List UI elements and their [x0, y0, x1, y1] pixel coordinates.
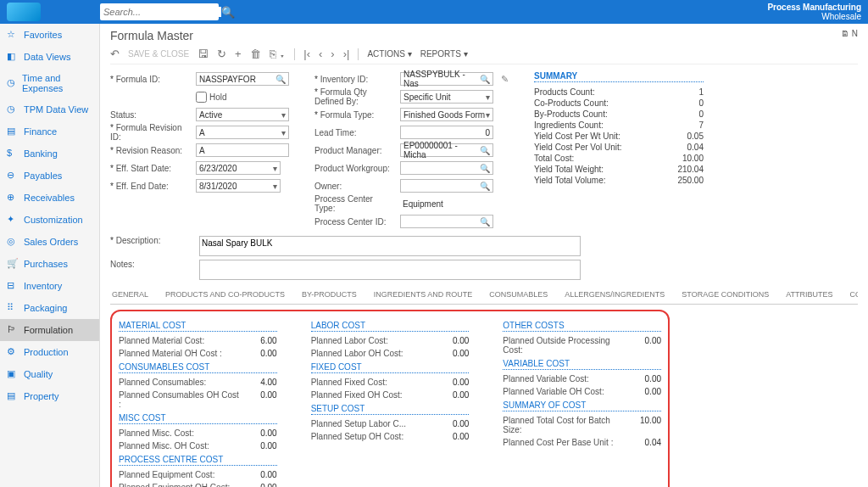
tab-storage-conditions[interactable]: STORAGE CONDITIONS [680, 287, 771, 304]
lookup-icon[interactable]: 🔍 [480, 75, 490, 84]
process-type-input[interactable]: Equipment [400, 197, 493, 210]
delete-icon[interactable]: 🗑 [250, 48, 261, 60]
sidebar-item-data-views[interactable]: ◧Data Views [0, 46, 99, 68]
tab-general[interactable]: GENERAL [110, 287, 150, 304]
summary-row: By-Products Count:0 [534, 109, 704, 120]
cost-section-title: MISC COST [119, 413, 277, 424]
workgroup-input[interactable]: 🔍 [400, 161, 493, 175]
save-icon[interactable]: 🖫 [198, 48, 209, 60]
summary-title: SUMMARY [534, 71, 704, 82]
cost-section-title: SUMMARY OF COST [503, 400, 661, 411]
lookup-icon[interactable]: 🔍 [480, 146, 490, 155]
qty-defined-input[interactable]: Specific Unit▾ [400, 90, 493, 104]
sidebar-item-packaging[interactable]: ⠿Packaging [0, 297, 99, 319]
topbar: 🔍 Process Manufacturing Wholesale [0, 0, 868, 24]
summary-row: Products Count:1 [534, 87, 704, 98]
sidebar-item-purchases[interactable]: 🛒Purchases [0, 253, 99, 275]
summary-row: Co-Products Count:0 [534, 98, 704, 109]
sidebar-item-finance[interactable]: ▤Finance [0, 120, 99, 143]
tab-allergens-ingredients[interactable]: ALLERGENS/INGREDIENTS [563, 287, 666, 304]
save-close-button[interactable]: SAVE & CLOSE [128, 49, 189, 59]
search-box[interactable]: 🔍 [100, 3, 219, 20]
process-id-input[interactable]: 🔍 [400, 215, 493, 228]
tab-products-and-co-products[interactable]: PRODUCTS AND CO-PRODUCTS [164, 287, 287, 304]
add-icon[interactable]: + [235, 48, 242, 60]
tab-attributes[interactable]: ATTRIBUTES [784, 287, 834, 304]
dropdown-icon[interactable]: ▾ [273, 164, 277, 173]
eff-end-input[interactable]: 8/31/2020▾ [196, 179, 281, 193]
notes-textarea[interactable] [199, 260, 581, 280]
formula-id-input[interactable]: NASSPAYFOR🔍 [196, 72, 289, 86]
minus-icon: ⊖ [7, 170, 19, 182]
first-icon[interactable]: |‹ [303, 48, 310, 60]
revision-id-input[interactable]: A▾ [196, 126, 289, 139]
cost-row: Planned Misc. Cost:0.00 [119, 427, 277, 439]
sidebar-item-inventory[interactable]: ⊟Inventory [0, 275, 99, 297]
lookup-icon[interactable]: 🔍 [275, 75, 286, 84]
cost-section-title: FIXED COST [311, 362, 470, 373]
tab-consumables[interactable]: CONSUMABLES [487, 287, 549, 304]
sidebar-item-property[interactable]: ▤Property [0, 385, 99, 407]
summary-row: Yield Cost Per Wt Unit:0.05 [534, 131, 704, 142]
sidebar-item-tpm[interactable]: ◷TPM Data View [0, 98, 99, 120]
dropdown-icon[interactable]: ▾ [273, 182, 277, 191]
eff-end-label: Eff. End Date: [110, 182, 191, 191]
owner-label: Owner: [314, 182, 395, 191]
pencil-icon[interactable]: ✎ [501, 74, 509, 85]
sidebar-item-production[interactable]: ⚙Production [0, 341, 99, 363]
copy-icon[interactable]: ⎘ ▾ [270, 48, 287, 60]
lookup-icon[interactable]: 🔍 [480, 182, 490, 191]
formula-id-label: Formula ID: [110, 75, 191, 84]
cost-row: Planned Fixed Cost:0.00 [311, 376, 470, 389]
status-label: Status: [110, 110, 191, 120]
eff-start-input[interactable]: 6/23/2020▾ [196, 161, 281, 175]
new-button[interactable]: 🗎 N [841, 29, 858, 38]
formula-type-input[interactable]: Finished Goods Form▾ [400, 108, 493, 121]
company-name: Process Manufacturing [767, 3, 861, 12]
tab-ingredients-and-route[interactable]: INGREDIENTS AND ROUTE [372, 287, 475, 304]
next-icon[interactable]: › [331, 48, 334, 60]
cube-icon: ◧ [7, 51, 19, 63]
sidebar-item-formulation[interactable]: 🏳Formulation [0, 319, 99, 341]
sidebar-item-quality[interactable]: ▣Quality [0, 363, 99, 385]
search-input[interactable] [103, 7, 221, 17]
dropdown-icon[interactable]: ▾ [281, 110, 286, 120]
refresh-icon[interactable]: ↻ [217, 48, 226, 60]
dropdown-icon[interactable]: ▾ [486, 92, 490, 102]
tab-by-products[interactable]: BY-PRODUCTS [300, 287, 359, 304]
lead-time-input[interactable]: 0 [400, 126, 493, 139]
product-mgr-input[interactable]: EP00000001 - Micha🔍 [400, 143, 493, 157]
sidebar-item-customization[interactable]: ✦Customization [0, 209, 99, 231]
sidebar-item-favorites[interactable]: ☆Favorites [0, 24, 99, 46]
owner-input[interactable]: 🔍 [400, 179, 493, 193]
lookup-icon[interactable]: 🔍 [480, 164, 490, 173]
lookup-icon[interactable]: 🔍 [480, 217, 490, 227]
reports-dropdown[interactable]: REPORTS ▾ [420, 49, 468, 59]
user-area[interactable]: Process Manufacturing Wholesale [767, 3, 861, 21]
wrench-icon: ✦ [7, 214, 19, 226]
gear-icon: ⚙ [7, 346, 19, 358]
sidebar-item-sales[interactable]: ◎Sales Orders [0, 231, 99, 253]
dropdown-icon[interactable]: ▾ [486, 110, 490, 120]
sidebar-item-receivables[interactable]: ⊕Receivables [0, 187, 99, 209]
sidebar-item-time[interactable]: ◷Time and Expenses [0, 68, 99, 98]
revision-reason-input[interactable]: A [196, 143, 289, 157]
status-input[interactable]: Active▾ [196, 108, 289, 121]
cost-row: Planned Consumables:4.00 [119, 376, 277, 389]
hold-checkbox[interactable]: Hold [196, 92, 227, 103]
dropdown-icon[interactable]: ▾ [281, 128, 286, 137]
actions-dropdown[interactable]: ACTIONS ▾ [367, 49, 411, 59]
inventory-id-label: Inventory ID: [314, 75, 395, 84]
last-icon[interactable]: ›| [343, 48, 350, 60]
desc-textarea[interactable] [199, 236, 581, 256]
search-icon[interactable]: 🔍 [221, 6, 235, 19]
tab-costing[interactable]: COSTING [849, 287, 859, 304]
prev-icon[interactable]: ‹ [319, 48, 322, 60]
summary-row: Yield Total Weight:210.04 [534, 164, 704, 175]
inventory-id-input[interactable]: NASSPYBULK - Nas🔍 [400, 72, 493, 86]
back-icon[interactable]: ↶ [110, 48, 120, 60]
sidebar-item-payables[interactable]: ⊖Payables [0, 165, 99, 187]
cost-row: Planned Fixed OH Cost:0.00 [311, 389, 470, 401]
sidebar-item-banking[interactable]: $Banking [0, 143, 99, 165]
process-type-label: Process Center Type: [314, 194, 395, 213]
